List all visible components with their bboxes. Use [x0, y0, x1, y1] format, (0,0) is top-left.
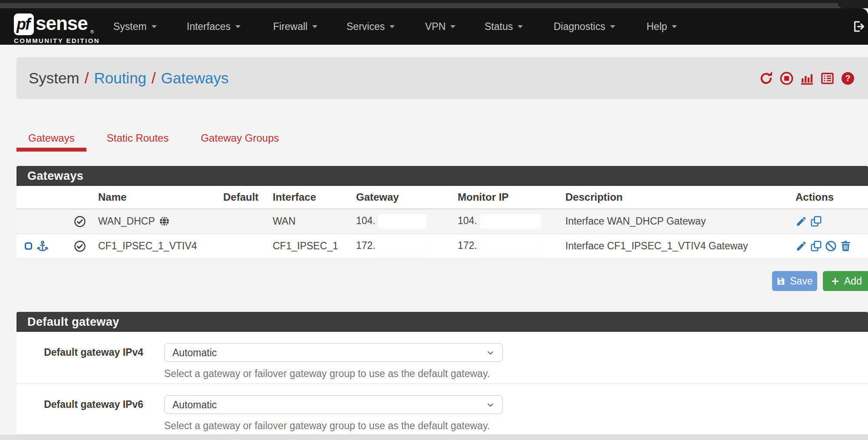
- refresh-icon[interactable]: [759, 71, 773, 86]
- square-outline-icon: [25, 242, 32, 250]
- help-icon[interactable]: ?: [841, 71, 855, 86]
- nav-firewall[interactable]: Firewall: [273, 8, 317, 45]
- log-list-icon[interactable]: [820, 71, 835, 86]
- default-gateway-ipv4-help: Select a gateway or failover gateway gro…: [164, 368, 490, 380]
- caret-down-icon: [518, 25, 523, 28]
- gateway-address: 172.: [356, 240, 376, 251]
- nav-help[interactable]: Help: [647, 8, 677, 45]
- sign-out-icon[interactable]: [852, 20, 865, 33]
- window-chrome-top: [0, 0, 868, 3]
- col-description: Description: [560, 186, 790, 209]
- gateway-description: Interface WAN_DHCP Gateway: [560, 209, 790, 234]
- community-edition-label: COMMUNITY EDITION: [14, 37, 100, 44]
- default-gateway-ipv4-label: Default gateway IPv4: [17, 347, 143, 358]
- monitoring-chart-icon[interactable]: [800, 71, 814, 86]
- default-gateway-ipv6-label: Default gateway IPv6: [17, 399, 143, 410]
- copy-icon[interactable]: [810, 240, 822, 252]
- gateway-online-icon: [74, 240, 86, 252]
- copy-icon[interactable]: [810, 215, 822, 227]
- default-gateway-ipv6-help: Select a gateway or failover gateway gro…: [164, 420, 490, 432]
- gateway-name: CF1_IPSEC_1_VTIV4: [98, 240, 197, 251]
- pfsense-logo[interactable]: pf sense ® COMMUNITY EDITION: [14, 13, 101, 41]
- add-button[interactable]: Add: [823, 271, 868, 291]
- nav-system[interactable]: System: [113, 8, 157, 45]
- gateway-description: Interface CF1_IPSEC_1_VTIV4 Gateway: [560, 234, 790, 258]
- tab-static-routes[interactable]: Static Routes: [95, 125, 181, 152]
- stop-icon[interactable]: [779, 71, 794, 86]
- pfsense-gateways-page: pf sense ® COMMUNITY EDITION System Inte…: [0, 0, 868, 440]
- window-bottom-edge: [0, 435, 868, 440]
- col-actions: Actions: [790, 186, 868, 209]
- gateway-address: 104.: [356, 215, 376, 226]
- pfsense-logo-pf-box: pf: [14, 13, 34, 35]
- save-icon: [776, 277, 785, 286]
- gateway-interface: CF1_IPSEC_1: [267, 234, 351, 258]
- anchor-icon: [36, 240, 49, 252]
- breadcrumb-separator: /: [152, 69, 156, 87]
- pfsense-logo-sense-text: sense: [36, 13, 88, 34]
- caret-down-icon: [152, 25, 157, 28]
- table-row: WAN_DHCP WAN 104. 104. Interface W: [17, 209, 868, 234]
- save-button[interactable]: Save: [772, 271, 817, 291]
- gateway-interface: WAN: [267, 209, 351, 234]
- gateway-name: WAN_DHCP: [98, 215, 155, 227]
- redacted-value: [480, 214, 541, 229]
- table-row: CF1_IPSEC_1_VTIV4 CF1_IPSEC_1 172. 172. …: [17, 234, 868, 258]
- disable-icon[interactable]: [825, 240, 837, 252]
- monitor-ip: 104.: [458, 215, 477, 226]
- col-gateway: Gateway: [351, 186, 452, 209]
- top-navbar: pf sense ® COMMUNITY EDITION System Inte…: [0, 8, 868, 45]
- gateways-table: Name Default Interface Gateway Monitor I…: [17, 186, 868, 259]
- window-chrome-bar: [0, 3, 868, 8]
- default-gateway-panel-body: Default gateway IPv4 Automatic Select a …: [17, 332, 868, 435]
- col-monitor-ip: Monitor IP: [452, 186, 560, 209]
- col-name: Name: [93, 186, 218, 209]
- breadcrumb-routing-link[interactable]: Routing: [94, 69, 146, 87]
- routing-tabs: Gateways Static Routes Gateway Groups: [17, 125, 291, 152]
- tab-gateway-groups[interactable]: Gateway Groups: [189, 125, 290, 152]
- pfsense-logo-pf-text: pf: [17, 15, 31, 33]
- default-gateway-globe-icon: [159, 216, 170, 227]
- table-header-row: Name Default Interface Gateway Monitor I…: [17, 186, 868, 209]
- col-interface: Interface: [267, 186, 351, 209]
- gateway-default-cell: [218, 209, 267, 234]
- tab-gateways[interactable]: Gateways: [17, 125, 86, 152]
- nav-diagnostics[interactable]: Diagnostics: [554, 8, 615, 45]
- caret-down-icon: [389, 25, 395, 28]
- gateway-default-cell: [218, 234, 267, 258]
- monitor-ip: 172.: [458, 240, 477, 251]
- caret-down-icon: [450, 25, 455, 28]
- redacted-value: [378, 239, 427, 254]
- gateways-panel-header: Gateways: [17, 166, 868, 186]
- default-gateway-panel-header: Default gateway: [17, 312, 868, 332]
- breadcrumb-gateways-link[interactable]: Gateways: [161, 69, 229, 87]
- nav-status[interactable]: Status: [485, 8, 523, 45]
- redacted-value: [480, 239, 541, 254]
- default-gateway-ipv4-select[interactable]: Automatic: [164, 343, 503, 362]
- page-shortcut-icons: ?: [759, 57, 855, 99]
- default-gateway-panel-title: Default gateway: [27, 315, 119, 329]
- nav-services[interactable]: Services: [347, 8, 395, 45]
- delete-icon[interactable]: [840, 240, 851, 252]
- nav-interfaces[interactable]: Interfaces: [187, 8, 241, 45]
- nav-vpn[interactable]: VPN: [425, 8, 455, 45]
- breadcrumb-system: System: [29, 69, 79, 87]
- edit-icon[interactable]: [795, 215, 807, 227]
- gateways-panel-title: Gateways: [27, 169, 83, 183]
- registered-mark: ®: [90, 29, 94, 34]
- gateway-online-icon: [74, 215, 86, 228]
- caret-down-icon: [312, 25, 317, 28]
- breadcrumb-separator: /: [85, 69, 89, 87]
- caret-down-icon: [672, 25, 677, 28]
- edit-icon[interactable]: [795, 240, 807, 252]
- breadcrumb: System / Routing / Gateways: [29, 57, 228, 99]
- plus-icon: [831, 277, 840, 286]
- default-gateway-ipv6-select[interactable]: Automatic: [164, 395, 503, 414]
- breadcrumb-bar: System / Routing / Gateways: [17, 57, 868, 99]
- window-chrome-corner: [838, 3, 868, 8]
- svg-text:?: ?: [845, 73, 850, 83]
- default-gateway-ipv6-row: Default gateway IPv6 Automatic Select a …: [17, 384, 868, 435]
- default-gateway-ipv4-row: Default gateway IPv4 Automatic Select a …: [17, 332, 868, 384]
- caret-down-icon: [235, 25, 241, 28]
- caret-down-icon: [610, 25, 615, 28]
